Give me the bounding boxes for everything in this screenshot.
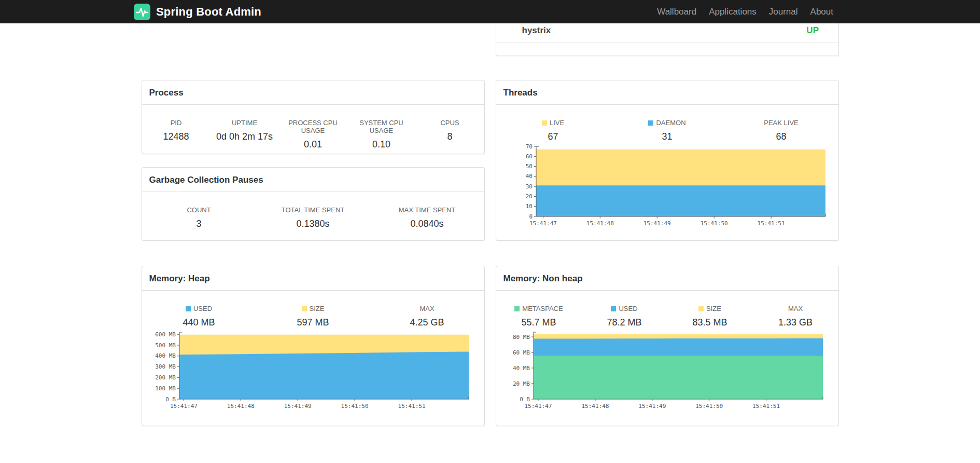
legend-value: 440 MB — [142, 317, 256, 328]
svg-text:300 MB: 300 MB — [155, 363, 176, 370]
legend-label: DAEMON — [610, 119, 724, 127]
memory-heap-card-title: Memory: Heap — [142, 266, 484, 291]
metric-label: TOTAL TIME SPENT — [256, 206, 370, 214]
legend-label: SIZE — [667, 305, 753, 312]
svg-text:60 MB: 60 MB — [512, 349, 529, 356]
legend-value: 67 — [496, 131, 610, 142]
memory-heap-card: Memory: Heap USED 440 MB SIZE 597 MB — [142, 266, 485, 426]
metric-value: 12488 — [142, 131, 211, 142]
legend-label: PEAK LIVE — [724, 119, 838, 127]
svg-text:15:41:48: 15:41:48 — [586, 220, 613, 227]
memory-nonheap-chart: 0 B20 MB40 MB60 MB80 MB15:41:4715:41:481… — [496, 330, 838, 412]
svg-text:15:41:49: 15:41:49 — [643, 220, 670, 227]
metric-label: PROCESS CPU USAGE — [279, 119, 347, 134]
svg-text:20: 20 — [525, 193, 532, 200]
svg-text:40: 40 — [525, 173, 532, 180]
used-swatch-icon — [186, 306, 191, 311]
metric-label: MAX TIME SPENT — [370, 206, 484, 214]
svg-text:15:41:50: 15:41:50 — [695, 403, 723, 410]
legend-text: SIZE — [310, 305, 325, 312]
nav-item-applications[interactable]: Applications — [703, 7, 763, 17]
memory-heap-legend: USED 440 MB SIZE 597 MB MAX 4.25 GB — [142, 291, 484, 328]
svg-text:15:41:49: 15:41:49 — [638, 403, 666, 410]
legend-value: 597 MB — [256, 317, 370, 328]
process-metrics: PID 12488 UPTIME 0d 0h 2m 17s PROCESS CP… — [142, 105, 484, 150]
live-swatch-icon — [542, 120, 547, 126]
metric-value: 0.0840s — [370, 219, 484, 229]
gc-card-title: Garbage Collection Pauses — [142, 168, 484, 192]
svg-text:30: 30 — [525, 183, 532, 190]
metaspace-swatch-icon — [514, 306, 520, 311]
left-column: Process PID 12488 UPTIME 0d 0h 2m 17s PR… — [142, 23, 485, 426]
navbar-inner: Spring Boot Admin Wallboard Applications… — [133, 0, 847, 23]
legend-label: USED — [582, 305, 667, 312]
metric-gc-total-time: TOTAL TIME SPENT 0.1380s — [256, 206, 370, 229]
legend-heap-max: MAX 4.25 GB — [370, 305, 484, 328]
nav-item-wallboard[interactable]: Wallboard — [651, 7, 703, 17]
app-logo-icon — [133, 3, 151, 21]
metric-gc-count: COUNT 3 — [142, 206, 256, 229]
memory-nonheap-legend: METASPACE 55.7 MB USED 78.2 MB SIZE — [496, 291, 838, 328]
legend-text: USED — [619, 305, 637, 312]
brand-link[interactable]: Spring Boot Admin — [133, 3, 261, 21]
gc-metrics: COUNT 3 TOTAL TIME SPENT 0.1380s MAX TIM… — [142, 192, 484, 229]
svg-text:200 MB: 200 MB — [155, 374, 176, 381]
legend-label: USED — [142, 305, 256, 312]
svg-text:15:41:47: 15:41:47 — [524, 403, 552, 410]
legend-value: 83.5 MB — [667, 317, 753, 328]
svg-text:10: 10 — [525, 203, 532, 210]
svg-text:80 MB: 80 MB — [512, 334, 529, 341]
status-badge: UP — [806, 25, 819, 36]
legend-threads-peak-live: PEAK LIVE 68 — [724, 119, 838, 142]
health-row-hystrix: hystrix UP — [496, 23, 838, 43]
svg-text:15:41:48: 15:41:48 — [227, 403, 254, 410]
size-swatch-icon — [302, 306, 307, 311]
svg-text:600 MB: 600 MB — [155, 331, 176, 338]
metric-label: CPUS — [416, 119, 484, 127]
metric-value: 0.01 — [279, 139, 347, 150]
navbar: Spring Boot Admin Wallboard Applications… — [0, 0, 980, 23]
svg-text:0 B: 0 B — [165, 396, 176, 403]
legend-nonheap-used: USED 78.2 MB — [582, 305, 667, 328]
nav-item-journal[interactable]: Journal — [763, 7, 804, 17]
brand-title: Spring Boot Admin — [156, 5, 261, 19]
nav-item-about[interactable]: About — [804, 7, 839, 17]
daemon-swatch-icon — [648, 120, 653, 126]
metric-gc-max-time: MAX TIME SPENT 0.0840s — [370, 206, 484, 229]
legend-heap-used: USED 440 MB — [142, 305, 256, 328]
svg-text:0 B: 0 B — [520, 396, 530, 403]
svg-text:15:41:51: 15:41:51 — [757, 220, 785, 227]
legend-text: PEAK LIVE — [764, 119, 798, 127]
svg-text:15:41:51: 15:41:51 — [398, 403, 425, 410]
legend-text: SIZE — [706, 305, 721, 312]
metric-value: 8 — [416, 131, 484, 142]
metric-value: 0.10 — [347, 139, 416, 150]
legend-label: METASPACE — [496, 305, 582, 312]
gc-pauses-card: Garbage Collection Pauses COUNT 3 TOTAL … — [142, 167, 485, 241]
legend-label: SIZE — [256, 305, 370, 312]
svg-text:15:41:51: 15:41:51 — [752, 403, 780, 410]
metric-system-cpu-usage: SYSTEM CPU USAGE 0.10 — [347, 119, 416, 150]
legend-threads-daemon: DAEMON 31 — [610, 119, 724, 142]
threads-legend: LIVE 67 DAEMON 31 PEAK LIVE 68 — [496, 105, 838, 142]
process-card-title: Process — [142, 80, 484, 105]
memory-nonheap-card: Memory: Non heap METASPACE 55.7 MB USED … — [496, 266, 839, 426]
metric-uptime: UPTIME 0d 0h 2m 17s — [211, 119, 279, 150]
legend-nonheap-max: MAX 1.33 GB — [753, 305, 838, 328]
legend-text: LIVE — [550, 119, 564, 127]
svg-text:15:41:47: 15:41:47 — [529, 220, 556, 227]
nav-menu: Wallboard Applications Journal About — [651, 7, 847, 17]
metric-label: PID — [142, 119, 211, 127]
svg-text:70: 70 — [525, 144, 532, 150]
legend-nonheap-size: SIZE 83.5 MB — [667, 305, 753, 328]
health-service-name: hystrix — [522, 25, 551, 36]
legend-value: 78.2 MB — [582, 317, 667, 328]
legend-label: MAX — [753, 305, 838, 312]
memory-heap-chart: 0 B100 MB200 MB300 MB400 MB500 MB600 MB1… — [142, 330, 484, 412]
metric-value: 0d 0h 2m 17s — [211, 131, 279, 142]
right-column: hystrix UP Threads LIVE 67 DAEMON — [496, 23, 839, 426]
svg-text:50: 50 — [525, 163, 532, 170]
svg-text:15:41:47: 15:41:47 — [170, 403, 197, 410]
svg-text:100 MB: 100 MB — [155, 385, 176, 392]
metric-pid: PID 12488 — [142, 119, 211, 150]
